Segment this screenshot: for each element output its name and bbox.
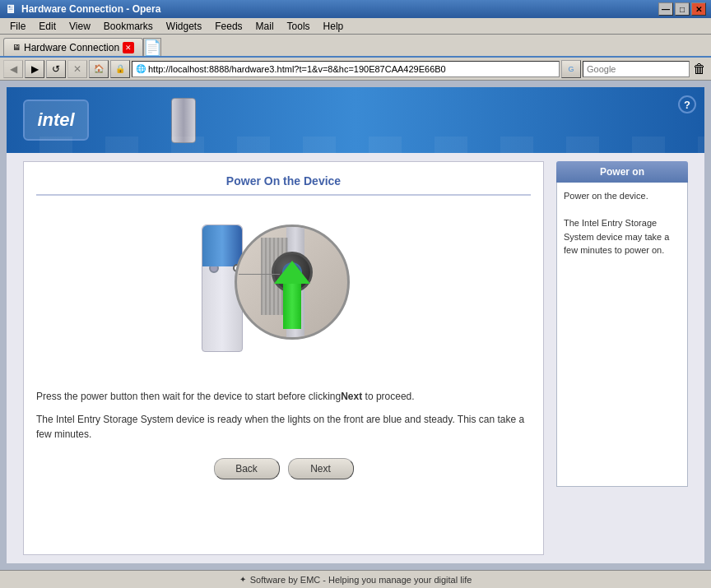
menu-widgets[interactable]: Widgets <box>160 19 208 34</box>
new-tab-button[interactable]: 📄 <box>143 38 161 56</box>
tab-bar: 🖥 Hardware Connection ✕ 📄 <box>0 35 711 58</box>
desc1-end: to proceed. <box>362 391 414 402</box>
address-icon-btn[interactable]: 🔒 <box>110 60 130 78</box>
menu-mail[interactable]: Mail <box>249 19 281 34</box>
maximize-button[interactable]: □ <box>675 2 690 16</box>
desc2-text: The Intel Entry Storage System device is… <box>36 414 524 440</box>
reload-button[interactable]: ↺ <box>46 60 66 78</box>
tab-close-button[interactable]: ✕ <box>123 42 134 53</box>
help-button[interactable]: ? <box>678 95 696 113</box>
button-row: Back Next <box>36 458 531 488</box>
next-button[interactable]: Next <box>288 458 354 479</box>
trash-icon: 🗑 <box>691 60 708 78</box>
page-title-area: Power On the Device <box>36 174 531 196</box>
menu-file[interactable]: File <box>3 19 32 34</box>
tab-hardware-connection[interactable]: 🖥 Hardware Connection ✕ <box>3 38 143 56</box>
back-nav-button[interactable]: ◀ <box>3 60 23 78</box>
status-text: Software by EMC - Helping you manage you… <box>250 575 472 585</box>
browser-content: intel ? Power On the Device <box>0 81 711 570</box>
intel-logo-text: intel <box>37 109 74 131</box>
sidebar-line-2: The Intel Entry Storage System device ma… <box>564 216 681 257</box>
desc1-text: Press the power button then wait for the… <box>36 391 341 402</box>
address-bar[interactable]: 🌐 <box>132 61 560 77</box>
home-button[interactable]: 🏠 <box>89 60 109 78</box>
sidebar-panel: Power on Power on the device. The Intel … <box>556 161 688 555</box>
description-text-2: The Intel Entry Storage System device is… <box>36 412 531 442</box>
circle-magnifier <box>235 225 350 340</box>
tab-label: Hardware Connection <box>24 42 119 53</box>
device-container <box>193 208 374 373</box>
description-text-1: Press the power button then wait for the… <box>36 389 531 404</box>
back-button[interactable]: Back <box>214 458 280 479</box>
title-bar: 🖥 Hardware Connection - Opera — □ ✕ <box>0 0 711 18</box>
forward-nav-button[interactable]: ▶ <box>25 60 44 78</box>
sidebar-header: Power on <box>556 161 688 183</box>
window-controls: — □ ✕ <box>658 2 706 16</box>
tab-icon: 🖥 <box>12 43 21 52</box>
magnifier-inner <box>237 227 347 337</box>
address-protocol-icon: 🌐 <box>136 64 146 73</box>
intel-page: intel ? Power On the Device <box>7 87 704 563</box>
menu-edit[interactable]: Edit <box>32 19 63 34</box>
arrow-shaft <box>283 284 301 329</box>
sidebar-body: Power on the device. The Intel Entry Sto… <box>556 183 688 487</box>
search-bar[interactable] <box>583 61 690 77</box>
status-icon: ✦ <box>239 575 246 584</box>
header-waves <box>7 137 704 153</box>
desc1-bold: Next <box>341 391 362 402</box>
window-title: Hardware Connection - Opera <box>21 3 160 15</box>
stop-button[interactable]: ✕ <box>67 60 87 78</box>
menu-help[interactable]: Help <box>317 19 351 34</box>
status-bar: ✦ Software by EMC - Helping you manage y… <box>0 570 711 588</box>
nav-bar: ◀ ▶ ↺ ✕ 🏠 🔒 🌐 G 🗑 <box>0 58 711 81</box>
tower-blue-top <box>202 225 242 266</box>
menu-bar: File Edit View Bookmarks Widgets Feeds M… <box>0 18 711 35</box>
address-input[interactable] <box>148 64 555 74</box>
minimize-button[interactable]: — <box>658 2 673 16</box>
menu-view[interactable]: View <box>63 19 97 34</box>
menu-bookmarks[interactable]: Bookmarks <box>97 19 160 34</box>
page-body: Power On the Device <box>7 153 704 563</box>
help-icon: ? <box>684 99 690 111</box>
connector-line <box>239 274 280 275</box>
intel-logo: intel <box>23 100 89 141</box>
sidebar-line-1: Power on the device. <box>564 189 681 203</box>
menu-feeds[interactable]: Feeds <box>208 19 249 34</box>
search-input[interactable] <box>587 64 700 74</box>
menu-tools[interactable]: Tools <box>281 19 317 34</box>
page-title: Power On the Device <box>226 174 341 188</box>
arrow-head <box>274 261 310 284</box>
title-bar-icon: 🖥 <box>5 2 16 16</box>
device-illustration <box>36 208 531 373</box>
main-content: Power On the Device <box>23 161 544 555</box>
search-engine-icon: G <box>561 60 581 78</box>
arrow-up <box>274 261 310 329</box>
close-button[interactable]: ✕ <box>691 2 706 16</box>
intel-header: intel ? <box>7 87 704 153</box>
new-tab-icon: 📄 <box>143 39 161 57</box>
